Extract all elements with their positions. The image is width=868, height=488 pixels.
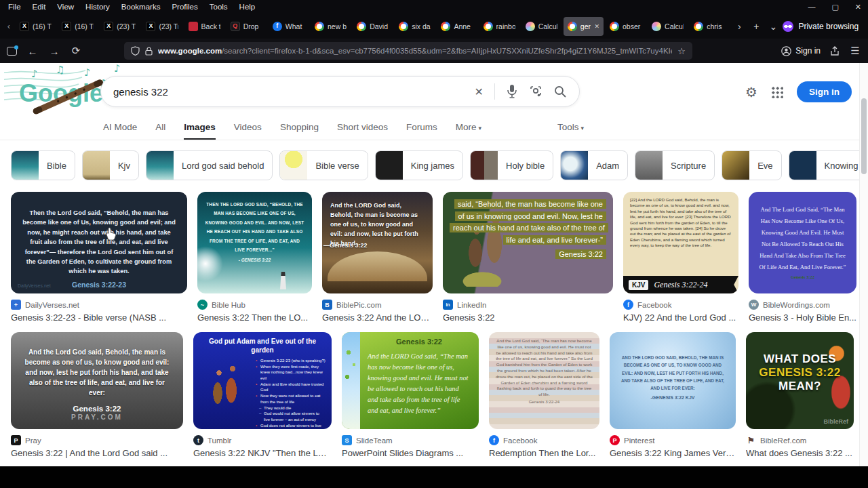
result-caption[interactable]: +DailyVerses.net Genesis 3:22-23 - Bible…	[11, 300, 187, 323]
menu-bookmarks[interactable]: Bookmarks	[121, 3, 161, 11]
menu-tools[interactable]: Tools	[210, 3, 228, 11]
tools-button[interactable]: Tools▾	[557, 122, 584, 132]
search-input[interactable]: genesis 322	[113, 86, 464, 98]
tab[interactable]: Calcul	[648, 17, 688, 36]
reload-icon[interactable]: ⟳	[70, 45, 82, 57]
chip-scripture[interactable]: Scripture	[635, 150, 715, 180]
result-caption[interactable]: fFacebook KJV) 22 And the Lord God ...	[623, 300, 738, 323]
tab[interactable]: X(23) Tr	[100, 17, 140, 36]
menu-file[interactable]: File	[8, 3, 21, 11]
result-caption[interactable]: PPray Genesis 3:22 | And the Lord God sa…	[11, 435, 183, 458]
list-all-tabs-icon[interactable]: ⌄	[766, 21, 781, 32]
result-image[interactable]: Genesis 3:22 And the LORD God said, “The…	[342, 332, 479, 429]
chip-holy-bible[interactable]: Holy bible	[470, 150, 553, 180]
lock-icon[interactable]	[145, 47, 153, 56]
tab-scroll-right-icon[interactable]: ›	[732, 21, 747, 32]
google-apps-grid-icon[interactable]	[771, 86, 783, 98]
new-tab-button[interactable]: +	[749, 21, 764, 32]
scrollbar[interactable]	[859, 63, 868, 466]
result-caption[interactable]: ⚑BibleRef.com What does Genesis 3:22 ...	[746, 435, 854, 458]
tab[interactable]: fWhat	[269, 17, 309, 36]
menu-help[interactable]: Help	[239, 3, 256, 11]
tab[interactable]: X(16) T	[16, 17, 56, 36]
firefox-view-icon[interactable]	[7, 47, 17, 56]
result-image[interactable]: And the Lord God said, “The man has now …	[489, 332, 599, 429]
divider	[494, 83, 495, 100]
tab[interactable]: QDrop	[226, 17, 267, 36]
tab-short-videos[interactable]: Short videos	[337, 122, 388, 138]
chip-eve[interactable]: Eve	[722, 150, 781, 180]
clear-search-icon[interactable]: ✕	[475, 85, 484, 98]
tab[interactable]: six da	[395, 17, 435, 36]
window-minimize-button[interactable]: —	[808, 3, 815, 11]
chip-bible[interactable]: Bible	[11, 150, 75, 180]
result-image[interactable]: WHAT DOES GENESIS 3:22 MEAN? BibleRef	[746, 332, 854, 429]
result-image[interactable]: AND THE LORD GOD SAID, BEHOLD, THE MAN I…	[610, 332, 736, 429]
tab-ai-mode[interactable]: AI Mode	[103, 122, 137, 138]
tab[interactable]: X(16) Tr	[58, 17, 98, 36]
tab-videos[interactable]: Videos	[234, 122, 262, 138]
result-image[interactable]: THEN THE LORD GOD SAID, “BEHOLD, THE MAN…	[197, 192, 312, 293]
tracking-shield-icon[interactable]	[131, 46, 140, 56]
tab[interactable]: Back t	[184, 17, 224, 36]
result-image[interactable]: And the LORD God said, Behold, the man i…	[322, 192, 433, 293]
chip-adam[interactable]: Adam	[560, 150, 628, 180]
result-image[interactable]: Then the Lord God said, “Behold, the man…	[11, 192, 187, 293]
result-image[interactable]: [22] And the LORD God said, Behold, the …	[623, 192, 738, 293]
result-caption[interactable]: PPinterest Genesis 3:22 King James Vers.…	[610, 435, 736, 458]
bookmark-star-icon[interactable]: ☆	[677, 46, 686, 56]
tab[interactable]: rainbo	[479, 17, 519, 36]
tab[interactable]: new b	[311, 17, 351, 36]
tab-close-icon[interactable]: ✕	[594, 23, 599, 30]
forward-icon[interactable]: →	[48, 45, 60, 57]
scrollbar-thumb[interactable]	[861, 98, 867, 174]
tab-shopping[interactable]: Shopping	[280, 122, 319, 138]
tab-images[interactable]: Images	[184, 122, 216, 140]
result-caption[interactable]: fFacebook Redemption Then the Lor...	[489, 435, 599, 458]
result-caption[interactable]: SSlideTeam PowerPoint Slides Diagrams ..…	[342, 435, 479, 458]
settings-gear-icon[interactable]: ⚙	[745, 84, 757, 100]
menu-history[interactable]: History	[85, 3, 110, 11]
tab-more[interactable]: More▾	[456, 122, 481, 138]
window-close-button[interactable]: ✕	[855, 3, 861, 12]
result-image[interactable]: God put Adam and Eve out of the garden G…	[193, 332, 332, 429]
hamburger-menu-icon[interactable]: ☰	[849, 45, 861, 57]
tab-active[interactable]: ger✕	[564, 17, 604, 36]
chip-bible-verse[interactable]: Bible verse	[279, 150, 368, 180]
chip-kjv[interactable]: Kjv	[82, 150, 139, 180]
url-bar[interactable]: www.google.com/search?client=firefox-b-1…	[124, 42, 692, 60]
result-caption[interactable]: WBibleWordings.com Genesis 3 - Holy Bibl…	[749, 300, 856, 323]
share-icon[interactable]	[830, 46, 840, 56]
back-icon[interactable]: ←	[26, 45, 39, 57]
chip-lord-god-said-behold[interactable]: Lord god said behold	[146, 150, 273, 180]
tab-forums[interactable]: Forums	[406, 122, 437, 138]
menu-view[interactable]: View	[57, 3, 74, 11]
tab-scroll-left-icon[interactable]: ‹	[4, 21, 14, 31]
result-image[interactable]: said, “Behold, the man has become like o…	[443, 192, 613, 293]
result-caption[interactable]: tTumblr Genesis 3:22 NKJV "Then the LO..…	[193, 435, 332, 458]
chip-knowing-good[interactable]: Knowing good	[789, 150, 868, 180]
account-icon	[781, 46, 791, 56]
tab[interactable]: Calcul	[521, 17, 561, 36]
browser-sign-in-button[interactable]: Sign in	[781, 46, 821, 56]
voice-search-icon[interactable]	[506, 84, 518, 99]
tab[interactable]: X(23) Tr	[142, 17, 182, 36]
result-caption[interactable]: ~Bible Hub Genesis 3:22 Then the LO...	[197, 300, 312, 323]
menu-edit[interactable]: Edit	[33, 3, 46, 11]
result-image[interactable]: And the Lord God said, Behold, the man i…	[11, 332, 183, 429]
result-image[interactable]: And The Lord God Said, “The Man Has Now …	[749, 192, 856, 293]
menu-profiles[interactable]: Profiles	[172, 3, 197, 11]
result-caption[interactable]: BBiblePic.com Genesis 3:22 And the LOR..…	[322, 300, 433, 323]
search-box[interactable]: genesis 322 ✕	[100, 76, 580, 107]
result-caption[interactable]: inLinkedIn Genesis 3:22	[443, 300, 613, 323]
tab[interactable]: Anne	[437, 17, 477, 36]
tab[interactable]: David	[353, 17, 393, 36]
google-lens-icon[interactable]	[529, 85, 542, 98]
tab[interactable]: chris	[690, 17, 730, 36]
google-sign-in-button[interactable]: Sign in	[797, 81, 852, 102]
tab[interactable]: obser	[606, 17, 646, 36]
search-icon[interactable]	[553, 85, 567, 98]
chip-king-james[interactable]: King james	[375, 150, 463, 180]
window-maximize-button[interactable]: ▢	[831, 3, 838, 12]
tab-all[interactable]: All	[155, 122, 165, 138]
